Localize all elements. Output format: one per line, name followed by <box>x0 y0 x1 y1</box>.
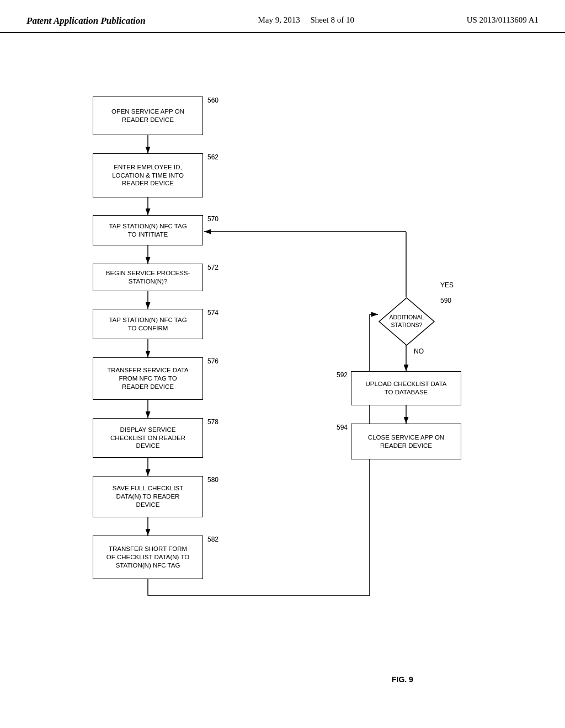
fig-label: FIG. 9 <box>392 675 413 684</box>
node-560: OPEN SERVICE APP ON READER DEVICE <box>93 97 203 135</box>
ref-570: 570 <box>207 215 218 223</box>
node-580: SAVE FULL CHECKLIST DATA(N) TO READER DE… <box>93 476 203 517</box>
yes-label: YES <box>440 281 454 289</box>
ref-572: 572 <box>207 264 218 271</box>
flowchart: OPEN SERVICE APP ON READER DEVICE 560 EN… <box>28 66 535 700</box>
main-content: OPEN SERVICE APP ON READER DEVICE 560 EN… <box>0 33 565 711</box>
node-570: TAP STATION(N) NFC TAG TO INTITIATE <box>93 215 203 245</box>
ref-594: 594 <box>337 424 348 431</box>
ref-576: 576 <box>207 357 218 365</box>
publication-label: Patent Application Publication <box>26 15 146 26</box>
node-582: TRANSFER SHORT FORM OF CHECKLIST DATA(N)… <box>93 536 203 579</box>
ref-578: 578 <box>207 418 218 426</box>
ref-592: 592 <box>337 371 348 379</box>
node-590: ADDITIONAL STATIONS? <box>378 297 435 346</box>
patent-number: US 2013/0113609 A1 <box>467 15 539 25</box>
node-592: UPLOAD CHECKLIST DATA TO DATABASE <box>351 371 461 405</box>
page-header: Patent Application Publication May 9, 20… <box>0 0 565 33</box>
no-label: NO <box>414 347 424 355</box>
node-574: TAP STATION(N) NFC TAG TO CONFIRM <box>93 309 203 339</box>
node-576: TRANSFER SERVICE DATA FROM NFC TAG TO RE… <box>93 357 203 400</box>
ref-580: 580 <box>207 476 218 484</box>
ref-574: 574 <box>207 309 218 317</box>
node-594: CLOSE SERVICE APP ON READER DEVICE <box>351 424 461 459</box>
header-center: May 9, 2013 Sheet 8 of 10 <box>258 15 354 25</box>
node-572: BEGIN SERVICE PROCESS- STATION(N)? <box>93 264 203 291</box>
ref-560: 560 <box>207 97 218 104</box>
node-562: ENTER EMPLOYEE ID, LOCATION & TIME INTO … <box>93 153 203 197</box>
sheet-info: Sheet 8 of 10 <box>310 15 354 24</box>
ref-582: 582 <box>207 536 218 543</box>
ref-590: 590 <box>440 297 451 304</box>
publication-date: May 9, 2013 <box>258 15 300 24</box>
ref-562: 562 <box>207 153 218 161</box>
node-578: DISPLAY SERVICE CHECKLIST ON READER DEVI… <box>93 418 203 458</box>
